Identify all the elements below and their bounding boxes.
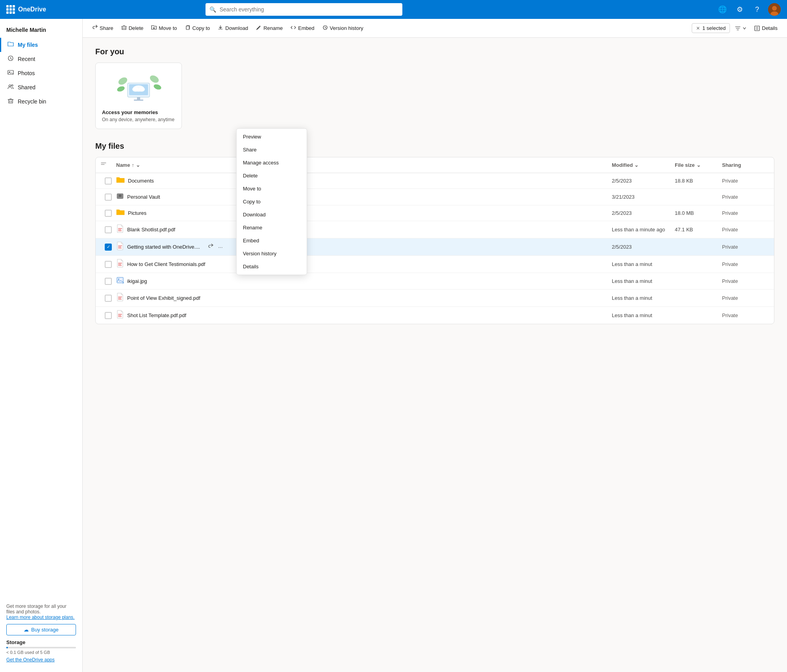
header-checkbox-cell [100,161,116,169]
row-checkbox[interactable] [105,261,112,268]
table-row[interactable]: Pictures 2/5/2023 18.0 MB Private [96,205,774,221]
context-menu-item-manage-access[interactable]: Manage access [237,156,307,169]
svg-point-12 [149,74,160,84]
context-menu-item-rename[interactable]: Rename [237,221,307,234]
delete-label: Delete [129,25,144,31]
app-logo[interactable]: OneDrive [6,5,46,14]
copy-to-button[interactable]: Copy to [182,22,213,34]
context-menu-item-version-history[interactable]: Version history [237,247,307,260]
sidebar-item-label-recent: Recent [18,56,35,62]
search-input[interactable] [206,3,402,16]
row-checkbox[interactable]: ✓ [105,244,112,251]
context-menu-item-preview[interactable]: Preview [237,130,307,143]
context-menu-item-copy-to[interactable]: Copy to [237,195,307,208]
context-menu: PreviewShareManage accessDeleteMove toCo… [236,128,307,275]
table-row[interactable]: Blank Shotlist.pdf.pdf Less than a minut… [96,221,774,238]
row-more-button[interactable]: ··· [217,243,224,251]
row-share-button[interactable] [206,243,215,251]
search-bar: 🔍 [206,3,402,16]
row-checkbox[interactable] [105,177,112,185]
get-apps-link[interactable]: Get the OneDrive apps [6,657,76,663]
file-type-icon [116,293,124,303]
share-button[interactable]: Share [89,22,117,34]
svg-rect-31 [118,263,122,263]
file-sharing: Private [722,178,769,184]
embed-icon [291,25,296,31]
globe-button[interactable]: 🌐 [716,3,729,16]
file-sharing: Private [722,278,769,284]
details-button[interactable]: Details [751,23,781,33]
column-modified[interactable]: Modified ⌄ [612,162,675,168]
file-name-cell: Personal Vault [116,192,612,202]
version-history-button[interactable]: Version history [319,22,367,34]
context-menu-item-download[interactable]: Download [237,208,307,221]
column-name[interactable]: Name ↑ ⌄ [116,162,612,168]
file-sharing: Private [722,227,769,233]
delete-button[interactable]: Delete [118,22,147,34]
table-row[interactable]: ↗ ikigai.jpg Less than a minut Private [96,273,774,290]
size-sort-icon: ⌄ [696,162,701,168]
row-checkbox[interactable] [105,226,112,233]
recycle-bin-icon [7,98,14,105]
file-sharing: Private [722,312,769,318]
help-button[interactable]: ? [751,3,763,16]
table-row[interactable]: Shot List Template.pdf.pdf Less than a m… [96,307,774,324]
share-icon [92,25,98,31]
sidebar-item-photos[interactable]: Photos [0,66,82,80]
file-name: Point of View Exhibit_signed.pdf [127,295,200,301]
context-menu-item-move-to[interactable]: Move to [237,182,307,195]
avatar[interactable] [768,3,781,16]
row-checkbox[interactable] [105,312,112,319]
buy-storage-button[interactable]: ☁ Buy storage [6,624,76,635]
for-you-card-subtitle: On any device, anywhere, anytime [102,117,174,122]
svg-point-14 [153,83,162,90]
check-cell [100,278,116,285]
sort-button[interactable] [731,24,750,33]
files-table: Name ↑ ⌄ Modified ⌄ File size ⌄ Sharing [95,157,774,324]
column-sharing-label: Sharing [722,162,741,168]
column-name-label: Name [116,162,130,168]
row-checkbox[interactable] [105,210,112,217]
rename-button[interactable]: Rename [253,22,286,34]
sidebar-item-recycle-bin[interactable]: Recycle bin [0,94,82,109]
check-cell: ✓ [100,244,116,251]
waffle-icon[interactable] [6,5,15,14]
context-menu-item-delete[interactable]: Delete [237,169,307,182]
download-button[interactable]: Download [215,22,251,34]
table-row[interactable]: ✓ Getting started with OneDrive.... ··· … [96,238,774,256]
version-history-icon [322,25,328,31]
modified-sort-icon: ⌄ [634,162,639,168]
svg-rect-27 [118,231,122,231]
file-type-icon [116,192,124,202]
clear-selection-button[interactable]: ✕ [696,26,700,31]
sidebar-item-my-files[interactable]: My files [0,38,82,52]
svg-rect-42 [118,316,122,317]
table-row[interactable]: Point of View Exhibit_signed.pdf Less th… [96,290,774,307]
storage-used-text: < 0.1 GB used of 5 GB [6,650,76,655]
row-checkbox[interactable] [105,194,112,201]
sidebar: Michelle Martin My files Recent [0,19,83,672]
context-menu-item-embed[interactable]: Embed [237,234,307,247]
embed-button[interactable]: Embed [287,22,317,34]
context-menu-item-share[interactable]: Share [237,143,307,156]
storage-link[interactable]: Learn more about storage plans. [6,615,74,620]
row-checkbox[interactable] [105,278,112,285]
table-row[interactable]: How to Get Client Testimonials.pdf Less … [96,256,774,273]
move-to-button[interactable]: Move to [148,22,180,34]
context-menu-item-details[interactable]: Details [237,260,307,273]
settings-button[interactable]: ⚙ [733,3,746,16]
sidebar-item-recent[interactable]: Recent [0,52,82,66]
selected-count-label: 1 selected [702,25,726,31]
table-row[interactable]: Personal Vault 3/21/2023 Private [96,189,774,205]
check-cell [100,312,116,319]
move-to-label: Move to [159,25,177,31]
for-you-card[interactable]: Access your memories On any device, anyw… [95,63,182,129]
row-checkbox[interactable] [105,295,112,302]
delete-icon [121,25,127,31]
sidebar-item-shared[interactable]: Shared [0,80,82,94]
share-label: Share [100,25,113,31]
storage-bar-fill [6,647,8,648]
column-file-size[interactable]: File size ⌄ [675,162,722,168]
table-row[interactable]: Documents 2/5/2023 18.8 KB Private [96,173,774,189]
topbar: OneDrive 🔍 🌐 ⚙ ? [0,0,787,19]
